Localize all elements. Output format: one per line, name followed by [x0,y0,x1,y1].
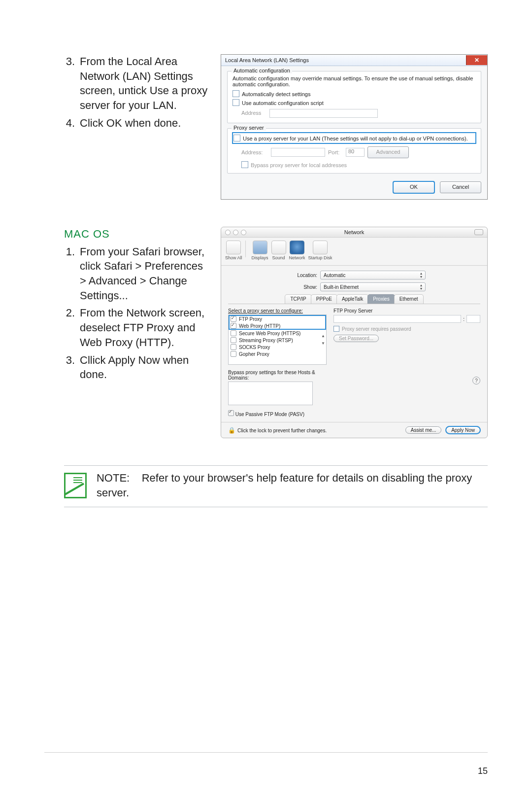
tab-tcpip[interactable]: TCP/IP [285,294,311,304]
apply-now-button[interactable]: Apply Now [446,426,480,434]
auto-script-checkbox[interactable] [233,99,239,106]
step-number: 2. [64,306,75,349]
help-button[interactable]: ? [472,377,480,384]
requires-pw-label: Proxy server requires password [342,326,411,332]
note-text: Refer to your browser's help feature for… [97,472,472,499]
showall-button[interactable]: Show All [225,241,242,260]
stream-proxy-item[interactable]: Streaming Proxy (RTSP) [229,337,326,344]
ftp-server-host[interactable] [333,315,461,323]
step-text: Cllick Apply Now when done. [80,353,212,382]
web-proxy-checkbox[interactable] [231,323,236,329]
tab-bar: TCP/IP PPPoE AppleTalk Proxies Ethernet [228,294,480,304]
step-text: From your Safari browser, click Safari >… [80,244,212,303]
ftp-server-label: FTP Proxy Server [333,308,480,314]
tab-proxies[interactable]: Proxies [367,294,395,304]
auto-detect-label: Automatically detect settings [242,91,310,97]
network-button[interactable]: Network [289,241,305,260]
show-select[interactable]: Built-in Ethernet▴▾ [320,282,426,291]
displays-button[interactable]: Displays [252,241,268,260]
lock-text: Click the lock to prevent further change… [237,428,327,433]
select-proxy-label: Select a proxy server to configure: [228,308,327,314]
socks-proxy-item[interactable]: SOCKS Proxy [229,344,326,350]
step-text: Click OK when done. [80,116,181,131]
web-proxy-item[interactable]: Web Proxy (HTTP) [229,322,326,329]
macos-heading: MAC OS [64,227,212,242]
advanced-button[interactable]: Advanced [367,146,409,158]
ftp-proxy-item[interactable]: FTP Proxy [229,315,326,322]
step-number: 3. [64,54,75,113]
requires-pw-checkbox[interactable] [333,326,339,332]
use-proxy-checkbox[interactable] [233,135,240,141]
assist-button[interactable]: Assist me... [405,426,442,434]
step-number: 4. [64,116,75,131]
tab-pppoe[interactable]: PPPoE [311,294,337,304]
footer-rule [44,752,488,753]
set-password-button[interactable]: Set Password... [333,335,379,342]
close-button[interactable]: ✕ [466,55,487,65]
note-label: NOTE: [97,472,130,484]
lan-settings-dialog: Local Area Network (LAN) Settings ✕ Auto… [221,54,488,200]
sound-button[interactable]: Sound [271,241,286,260]
step-text: From the Network screen, deselect FTP Pr… [80,306,212,349]
location-select[interactable]: Automatic▴▾ [320,271,426,279]
use-proxy-label: Use a proxy server for your LAN (These s… [243,136,468,141]
step-text: From the Local Area Network (LAN) Settin… [80,54,212,113]
ftp-proxy-checkbox[interactable] [231,316,236,322]
auto-desc: Automatic configuration may override man… [233,75,476,87]
note-icon [64,473,87,498]
proxy-list: FTP Proxy Web Proxy (HTTP) Secure Web Pr… [228,314,327,365]
page-number: 15 [478,766,488,776]
proxy-port-label: Port: [328,149,343,155]
secure-proxy-item[interactable]: Secure Web Proxy (HTTPS) [229,330,326,337]
instructions-mac: MAC OS 1.From your Safari browser, click… [64,227,212,385]
toolbar-toggle[interactable] [474,229,483,235]
show-label: Show: [283,284,317,290]
address-label: Address [241,110,268,116]
proxy-address-field[interactable] [271,148,325,157]
lock-icon[interactable]: 🔒 [228,427,235,434]
auto-detect-checkbox[interactable] [233,90,239,97]
group-proxy-title: Proxy server [232,125,266,131]
mac-title: Network [344,229,364,235]
location-label: Location: [283,273,317,278]
tab-ethernet[interactable]: Ethernet [394,294,424,304]
gopher-proxy-item[interactable]: Gopher Proxy [229,350,326,357]
pasv-checkbox[interactable]: ✓ [228,410,234,416]
auto-script-label: Use automatic configuration script [242,100,324,106]
mac-toolbar: Show All Displays Sound Network Startup … [221,238,487,266]
pasv-label: Use Passive FTP Mode (PASV) [235,412,304,417]
proxy-address-label: Address: [241,149,268,155]
traffic-lights[interactable] [225,230,246,235]
list-reorder-arrows[interactable]: ▲▼ [321,334,325,346]
startup-button[interactable]: Startup Disk [308,241,332,260]
mac-network-dialog: Network Show All Displays Sound Network … [221,227,488,438]
bypass-hosts-field[interactable] [228,382,313,405]
bypass-checkbox[interactable] [241,161,248,168]
group-auto-title: Automatic configuration [232,68,292,73]
bypass-hosts-label: Bypass proxy settings for these Hosts & … [228,370,327,381]
auto-address-field[interactable] [269,109,378,118]
step-number: 1. [64,244,75,303]
ok-button[interactable]: OK [393,181,434,193]
instructions-windows: 3.From the Local Area Network (LAN) Sett… [64,54,212,133]
ftp-server-port[interactable] [466,315,480,323]
proxy-port-field[interactable]: 80 [346,148,365,157]
tab-appletalk[interactable]: AppleTalk [336,294,368,304]
cancel-button[interactable]: Cancel [440,181,481,193]
step-number: 3. [64,353,75,382]
bypass-label: Bypass proxy server for local addresses [251,162,347,168]
dialog-title: Local Area Network (LAN) Settings [225,57,309,63]
note-block: NOTE: Refer to your browser's help featu… [64,465,488,507]
